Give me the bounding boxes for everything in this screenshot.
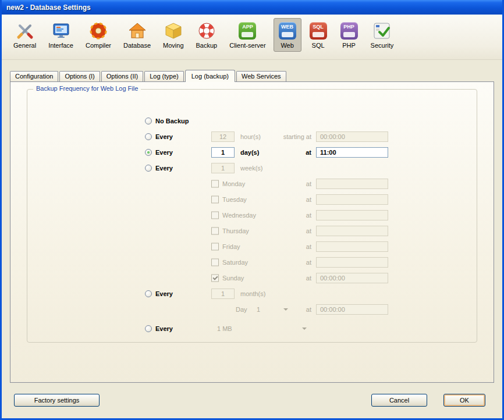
toolbar-label-web: Web bbox=[281, 42, 293, 49]
tuesday-row: Tuesday at bbox=[27, 191, 477, 207]
wednesday-at-label: at bbox=[237, 212, 311, 219]
toolbar-item-web[interactable]: WEB Web bbox=[274, 18, 301, 52]
tab-configuration[interactable]: Configuration bbox=[10, 71, 58, 81]
weekly-radio[interactable] bbox=[145, 165, 152, 172]
monday-time-input bbox=[316, 179, 388, 189]
web-badge-icon: WEB bbox=[278, 22, 297, 40]
sql-badge-icon: SQL bbox=[309, 22, 328, 40]
daily-radio[interactable] bbox=[145, 149, 152, 156]
toolbar-item-general[interactable]: General bbox=[9, 18, 41, 52]
toolbar-label-security: Security bbox=[371, 42, 394, 49]
thursday-at-label: at bbox=[237, 227, 311, 234]
toolbar-item-php[interactable]: PHP PHP bbox=[335, 18, 363, 52]
lifebuoy-icon bbox=[197, 22, 216, 40]
toolbar-label-sql: SQL bbox=[312, 42, 325, 49]
groupbox-title: Backup Frequency for Web Log File bbox=[33, 85, 141, 92]
hourly-starting-at-label: starting at bbox=[237, 133, 311, 140]
weekly-row: Every week(s) bbox=[27, 160, 477, 176]
friday-at-label: at bbox=[237, 243, 311, 250]
hourly-radio[interactable] bbox=[145, 133, 152, 140]
toolbar-label-database: Database bbox=[123, 42, 151, 49]
tuesday-at-label: at bbox=[237, 196, 311, 203]
thursday-row: Thursday at bbox=[27, 223, 477, 239]
monday-at-label: at bbox=[237, 180, 311, 187]
toolbar-item-compiler[interactable]: Compiler bbox=[81, 18, 116, 52]
daily-row: Every day(s) at bbox=[27, 144, 477, 160]
size-radio[interactable] bbox=[145, 325, 152, 332]
toolbar-label-interface: Interface bbox=[48, 42, 73, 49]
toolbar-item-database[interactable]: Database bbox=[119, 18, 155, 52]
tab-log-type[interactable]: Log (type) bbox=[144, 71, 184, 81]
log-backup-panel: Backup Frequency for Web Log File No Bac… bbox=[10, 81, 494, 383]
monthly-value-input bbox=[211, 289, 235, 299]
hourly-value-input bbox=[211, 131, 235, 142]
php-badge-icon: PHP bbox=[340, 22, 359, 40]
toolbar-item-client-server[interactable]: APP Client-server bbox=[225, 18, 270, 52]
settings-toolbar: General Interface bbox=[2, 15, 502, 60]
toolbar-item-moving[interactable]: Moving bbox=[158, 18, 188, 52]
friday-checkbox bbox=[211, 243, 219, 250]
wednesday-time-input bbox=[316, 210, 388, 220]
weekly-value-input bbox=[211, 163, 235, 173]
settings-tabs: Configuration Options (I) Options (II) L… bbox=[10, 70, 494, 81]
thursday-time-input bbox=[316, 226, 388, 236]
weekly-unit-label: week(s) bbox=[240, 165, 263, 172]
tab-web-services[interactable]: Web Services bbox=[236, 71, 286, 81]
friday-row: Friday at bbox=[27, 239, 477, 254]
gear-wheel-icon bbox=[89, 22, 108, 40]
toolbar-label-general: General bbox=[13, 42, 36, 49]
size-every-label: Every bbox=[155, 325, 173, 332]
tab-options-1[interactable]: Options (I) bbox=[59, 71, 100, 81]
factory-settings-button[interactable]: Factory settings bbox=[14, 394, 100, 407]
toolbar-item-sql[interactable]: SQL SQL bbox=[304, 18, 332, 52]
sunday-at-label: at bbox=[237, 275, 311, 282]
saturday-time-input bbox=[316, 257, 388, 268]
daily-time-input[interactable] bbox=[316, 147, 388, 158]
thursday-checkbox bbox=[211, 227, 219, 234]
toolbar-item-security[interactable]: Security bbox=[366, 18, 399, 52]
monthly-radio[interactable] bbox=[145, 290, 152, 297]
tuesday-checkbox bbox=[211, 195, 219, 203]
toolbar-label-client-server: Client-server bbox=[229, 42, 265, 49]
hourly-time-input bbox=[316, 131, 388, 142]
title-bar[interactable]: new2 - Database Settings bbox=[2, 0, 502, 15]
house-icon bbox=[128, 22, 147, 40]
no-backup-radio[interactable] bbox=[145, 118, 152, 124]
ok-button[interactable]: OK bbox=[443, 394, 485, 407]
monday-row: Monday at bbox=[27, 176, 477, 191]
toolbar-label-compiler: Compiler bbox=[86, 42, 111, 49]
cancel-button[interactable]: Cancel bbox=[371, 394, 427, 407]
size-dropdown-arrow-icon bbox=[302, 328, 307, 330]
toolbar-item-interface[interactable]: Interface bbox=[44, 18, 78, 52]
window-title: new2 - Database Settings bbox=[6, 3, 91, 12]
wednesday-checkbox bbox=[211, 211, 219, 219]
toolbar-item-backup[interactable]: Backup bbox=[191, 18, 222, 52]
sunday-time-input bbox=[316, 273, 388, 283]
toolbar-label-moving: Moving bbox=[163, 42, 183, 49]
friday-time-input bbox=[316, 241, 388, 252]
no-backup-label: No Backup bbox=[155, 118, 189, 124]
saturday-row: Saturday at bbox=[27, 254, 477, 270]
tuesday-time-input bbox=[316, 194, 388, 205]
weekly-every-label: Every bbox=[155, 165, 173, 172]
no-backup-row: No Backup bbox=[27, 113, 477, 129]
daily-value-input[interactable] bbox=[211, 147, 235, 158]
saturday-at-label: at bbox=[237, 259, 311, 266]
monthly-time-input bbox=[316, 304, 388, 315]
hourly-every-label: Every bbox=[155, 133, 173, 140]
monday-checkbox bbox=[211, 180, 219, 187]
tab-log-backup[interactable]: Log (backup) bbox=[185, 70, 235, 82]
size-select: 1 MB bbox=[217, 325, 232, 332]
toolbar-label-php: PHP bbox=[342, 42, 356, 49]
monthly-at-label: at bbox=[237, 306, 311, 313]
toolbar-label-backup: Backup bbox=[196, 42, 218, 49]
tab-options-2[interactable]: Options (II) bbox=[101, 71, 143, 81]
security-check-icon bbox=[372, 22, 391, 40]
app-badge-icon: APP bbox=[238, 22, 257, 40]
monthly-every-label: Every bbox=[155, 290, 173, 297]
backup-frequency-groupbox: Backup Frequency for Web Log File No Bac… bbox=[27, 89, 477, 343]
sunday-checkbox bbox=[211, 274, 219, 282]
monitor-icon bbox=[52, 22, 70, 40]
monthly-unit-label: month(s) bbox=[240, 290, 265, 297]
sunday-row: Sunday at bbox=[27, 270, 477, 286]
